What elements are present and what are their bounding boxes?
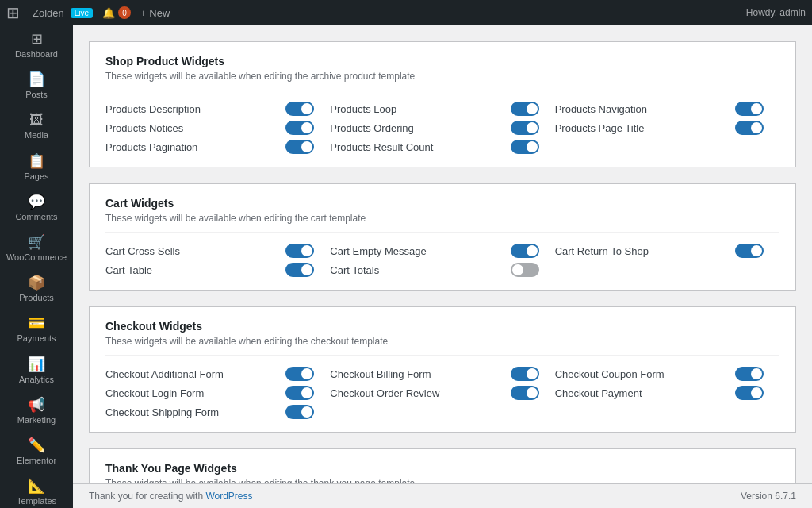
toggle-cart-return-to-shop[interactable] bbox=[735, 244, 764, 258]
posts-icon: 📄 bbox=[28, 72, 45, 87]
new-button[interactable]: + New bbox=[140, 7, 170, 19]
toggle-products-notices[interactable] bbox=[285, 121, 314, 135]
toggle-cart-table[interactable] bbox=[285, 263, 314, 277]
cart-col-1: Cart Empty Message Cart Totals bbox=[330, 244, 554, 277]
widget-item: Products Ordering bbox=[330, 121, 554, 135]
checkout-col-2: Checkout Coupon Form Checkout Payment bbox=[555, 367, 779, 419]
toggle-checkout-additional-form[interactable] bbox=[285, 367, 314, 381]
widget-item: Products Result Count bbox=[330, 140, 554, 154]
sidebar-item-media[interactable]: 🖼 Media bbox=[0, 106, 73, 147]
notifications-item[interactable]: 🔔 0 bbox=[102, 6, 131, 19]
pages-icon: 📋 bbox=[28, 154, 45, 168]
products-icon: 📦 bbox=[28, 275, 45, 290]
main-content: Shop Product Widgets These widgets will … bbox=[73, 25, 812, 508]
toggle-products-description[interactable] bbox=[285, 102, 314, 116]
checkout-col-1: Checkout Billing Form Checkout Order Rev… bbox=[330, 367, 554, 419]
widget-item: Checkout Billing Form bbox=[330, 367, 554, 381]
elementor-icon: ✏️ bbox=[28, 438, 45, 452]
toggle-cart-totals[interactable] bbox=[511, 263, 539, 277]
checkout-grid: Checkout Additional Form Checkout Login … bbox=[105, 367, 779, 419]
widget-item: Checkout Payment bbox=[555, 386, 779, 400]
sidebar-item-templates[interactable]: 📐 Templates bbox=[0, 472, 73, 508]
widget-item: Products Notices bbox=[105, 121, 330, 135]
toggle-checkout-order-review[interactable] bbox=[511, 386, 539, 400]
toggle-products-ordering[interactable] bbox=[511, 121, 539, 135]
cart-section: Cart Widgets These widgets will be avail… bbox=[89, 183, 796, 291]
dashboard-icon: ⊞ bbox=[31, 32, 43, 46]
media-icon: 🖼 bbox=[29, 113, 44, 127]
woocommerce-icon: 🛒 bbox=[28, 235, 45, 249]
toggle-checkout-payment[interactable] bbox=[735, 386, 764, 400]
cart-grid: Cart Cross Sells Cart Table Cart Empty M… bbox=[105, 244, 779, 277]
sidebar-item-pages[interactable]: 📋 Pages bbox=[0, 148, 73, 188]
templates-icon: 📐 bbox=[28, 479, 45, 493]
toggle-products-page-title[interactable] bbox=[735, 121, 764, 135]
sidebar-item-comments[interactable]: 💬 Comments bbox=[0, 188, 73, 229]
toggle-products-loop[interactable] bbox=[511, 102, 539, 116]
widget-item: Products Page Title bbox=[555, 121, 779, 135]
cart-desc: These widgets will be available when edi… bbox=[105, 213, 779, 233]
widget-item: Products Loop bbox=[330, 102, 554, 116]
wp-logo-icon[interactable]: ⊞ bbox=[6, 3, 20, 22]
toggle-checkout-billing-form[interactable] bbox=[511, 367, 539, 381]
top-bar: ⊞ Zolden Live 🔔 0 + New Howdy, admin bbox=[0, 0, 812, 25]
toggle-products-navigation[interactable] bbox=[735, 102, 764, 116]
version-text: Version 6.7.1 bbox=[741, 491, 796, 502]
cart-col-2: Cart Return To Shop bbox=[555, 244, 779, 277]
checkout-title: Checkout Widgets bbox=[105, 320, 779, 333]
widget-item: Checkout Login Form bbox=[105, 386, 330, 400]
cart-title: Cart Widgets bbox=[105, 197, 779, 210]
widget-item: Checkout Shipping Form bbox=[105, 405, 330, 419]
sidebar-item-payments[interactable]: 💳 Payments bbox=[0, 310, 73, 350]
widget-item: Cart Table bbox=[105, 263, 330, 277]
footer-text: Thank you for creating with WordPress bbox=[89, 491, 253, 502]
cart-col-0: Cart Cross Sells Cart Table bbox=[105, 244, 330, 277]
shop-product-col-0: Products Description Products Notices Pr… bbox=[105, 102, 330, 154]
thank-you-title: Thank You Page Widgets bbox=[105, 462, 779, 475]
shop-product-col-1: Products Loop Products Ordering Products… bbox=[330, 102, 554, 154]
toggle-products-result-count[interactable] bbox=[511, 140, 539, 154]
sidebar: ⊞ Dashboard 📄 Posts 🖼 Media 📋 Pages 💬 Co… bbox=[0, 25, 73, 508]
toggle-checkout-shipping-form[interactable] bbox=[285, 405, 314, 419]
shop-product-grid: Products Description Products Notices Pr… bbox=[105, 102, 779, 154]
widget-item: Cart Cross Sells bbox=[105, 244, 330, 258]
sidebar-item-dashboard[interactable]: ⊞ Dashboard bbox=[0, 25, 73, 66]
checkout-col-0: Checkout Additional Form Checkout Login … bbox=[105, 367, 330, 419]
wordpress-link[interactable]: WordPress bbox=[205, 491, 252, 502]
sidebar-item-analytics[interactable]: 📊 Analytics bbox=[0, 351, 73, 391]
toggle-products-pagination[interactable] bbox=[285, 140, 314, 154]
live-badge: Live bbox=[71, 8, 93, 18]
widget-item: Checkout Order Review bbox=[330, 386, 554, 400]
comments-icon: 💬 bbox=[28, 194, 45, 209]
widget-item: Checkout Coupon Form bbox=[555, 367, 779, 381]
toggle-cart-empty-message[interactable] bbox=[511, 244, 539, 258]
shop-product-col-2: Products Navigation Products Page Title bbox=[555, 102, 779, 154]
widget-item: Cart Totals bbox=[330, 263, 554, 277]
widget-item: Checkout Additional Form bbox=[105, 367, 330, 381]
sidebar-item-products[interactable]: 📦 Products bbox=[0, 269, 73, 310]
widget-item: Cart Empty Message bbox=[330, 244, 554, 258]
sidebar-item-marketing[interactable]: 📢 Marketing bbox=[0, 391, 73, 432]
payments-icon: 💳 bbox=[28, 316, 45, 330]
toggle-checkout-coupon-form[interactable] bbox=[735, 367, 764, 381]
howdy-text: Howdy, admin bbox=[746, 7, 806, 18]
sidebar-item-woocommerce[interactable]: 🛒 WooCommerce bbox=[0, 229, 73, 269]
widget-item: Products Pagination bbox=[105, 140, 330, 154]
checkout-section: Checkout Widgets These widgets will be a… bbox=[89, 306, 796, 433]
widget-item: Cart Return To Shop bbox=[555, 244, 779, 258]
shop-product-title: Shop Product Widgets bbox=[105, 55, 779, 67]
sidebar-item-posts[interactable]: 📄 Posts bbox=[0, 66, 73, 106]
shop-product-desc: These widgets will be available when edi… bbox=[105, 71, 779, 90]
footer-bar: Thank you for creating with WordPress Ve… bbox=[73, 483, 812, 508]
widget-item: Products Description bbox=[105, 102, 330, 116]
site-name[interactable]: Zolden Live bbox=[33, 7, 93, 19]
marketing-icon: 📢 bbox=[28, 398, 45, 412]
sidebar-item-elementor[interactable]: ✏️ Elementor bbox=[0, 432, 73, 472]
toggle-checkout-login-form[interactable] bbox=[285, 386, 314, 400]
widget-item: Products Navigation bbox=[555, 102, 779, 116]
analytics-icon: 📊 bbox=[28, 357, 45, 371]
toggle-cart-cross-sells[interactable] bbox=[285, 244, 314, 258]
checkout-desc: These widgets will be available when edi… bbox=[105, 336, 779, 356]
shop-product-section: Shop Product Widgets These widgets will … bbox=[89, 41, 796, 167]
